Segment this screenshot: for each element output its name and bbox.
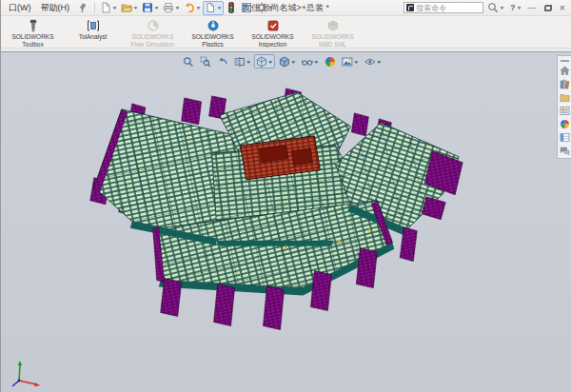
traffic-light-icon — [226, 2, 237, 13]
tab-solidworks-forum[interactable] — [559, 145, 570, 156]
selection-filter-icon — [205, 2, 216, 13]
hide-show-items-button[interactable]: ▼ — [300, 54, 321, 69]
addin-solidworks-toolbox[interactable]: SOLIDWORKS Toolbox — [3, 17, 63, 48]
tab-custom-properties[interactable] — [559, 131, 570, 143]
screw-icon — [27, 19, 40, 32]
previous-view-icon — [216, 56, 227, 68]
view-orientation-button[interactable]: ▼ — [254, 54, 275, 69]
help-button[interactable]: ? ▼ — [508, 1, 522, 15]
rebuild-button[interactable] — [224, 1, 239, 15]
print-button[interactable]: ▼ — [161, 1, 182, 15]
addins-toolbar: SOLIDWORKS Toolbox TolAnalyst SOLIDWORKS… — [1, 16, 571, 48]
save-button[interactable]: ▼ — [140, 1, 161, 15]
tab-view-palette[interactable] — [559, 105, 570, 116]
graphics-viewport[interactable]: ▼ ▼ ▼ ▼ — [1, 52, 571, 392]
file-properties-button[interactable] — [239, 1, 254, 15]
open-button[interactable]: ▼ — [119, 1, 140, 15]
undo-button[interactable]: ▼ — [182, 1, 203, 15]
tab-file-explorer[interactable] — [559, 91, 570, 103]
addin-inspection[interactable]: SOLIDWORKS Inspection — [243, 17, 303, 48]
previous-view-button[interactable] — [214, 54, 229, 69]
books-icon — [560, 79, 570, 89]
edit-appearance-button[interactable] — [323, 54, 338, 69]
mbd-cube-icon — [326, 19, 340, 32]
section-view-button[interactable]: ▼ — [231, 54, 252, 69]
appearance-ball-icon — [325, 56, 336, 68]
addin-plastics[interactable]: SOLIDWORKS Plastics — [183, 17, 243, 48]
headsup-view-toolbar: ▼ ▼ ▼ ▼ — [180, 54, 384, 69]
zoom-to-area-icon — [199, 56, 210, 68]
search-input[interactable] — [416, 4, 481, 12]
folder-icon — [560, 92, 570, 103]
printer-icon — [163, 2, 174, 13]
command-search — [404, 2, 483, 13]
new-document-button[interactable]: ▼ — [98, 1, 119, 15]
restore-button[interactable] — [544, 5, 552, 11]
search-magnifier-icon — [487, 2, 499, 13]
task-pane-tabs — [557, 55, 571, 159]
formwork-assembly-model[interactable] — [1, 52, 571, 392]
new-document-icon — [100, 2, 111, 13]
toolbar-separator — [94, 3, 95, 13]
section-view-icon — [233, 56, 245, 68]
tab-appearances-scenes[interactable] — [559, 118, 570, 129]
menu-pin-icon[interactable] — [78, 3, 88, 13]
search-button[interactable]: ▼ — [485, 1, 506, 15]
title-bar: 口(W) 帮助(H) ▼ ▼ ▼ — [1, 0, 571, 16]
addin-tolanalyst[interactable]: TolAnalyst — [63, 17, 123, 48]
solidworks-window: 口(W) 帮助(H) ▼ ▼ ▼ — [0, 0, 571, 392]
tab-design-library[interactable] — [559, 78, 570, 89]
task-pane-collapse-handle[interactable] — [561, 58, 569, 62]
save-disk-icon — [142, 2, 153, 13]
help-label: ? — [510, 3, 516, 12]
view-palette-icon — [560, 106, 570, 116]
minimize-button[interactable]: — — [525, 2, 540, 14]
solidworks-logo-icon — [406, 4, 414, 11]
options-button[interactable]: ▼ — [254, 1, 275, 15]
zoom-to-fit-icon — [182, 56, 193, 68]
home-icon — [560, 66, 570, 76]
selection-filter-button[interactable]: ▼ — [203, 1, 224, 15]
properties-panel-icon — [560, 132, 570, 143]
tolerance-brackets-icon — [87, 19, 100, 32]
forum-chat-icon — [560, 146, 570, 156]
close-button[interactable]: × — [557, 2, 568, 14]
zoom-to-area-button[interactable] — [197, 54, 212, 69]
glasses-icon — [302, 56, 313, 68]
zoom-to-fit-button[interactable] — [180, 54, 195, 69]
orientation-triad — [8, 358, 44, 388]
scene-image-icon — [342, 56, 353, 68]
undo-arrow-icon — [184, 2, 195, 13]
apply-scene-button[interactable]: ▼ — [340, 54, 361, 69]
display-style-icon — [279, 56, 290, 68]
file-properties-icon — [241, 2, 252, 13]
view-settings-button[interactable]: ▼ — [363, 54, 384, 69]
view-cube-icon — [256, 56, 267, 68]
plastics-gear-icon — [207, 19, 220, 32]
display-style-button[interactable]: ▼ — [277, 54, 298, 69]
inspection-badge-icon — [266, 19, 280, 32]
eye-icon — [364, 56, 376, 68]
flow-fan-icon — [147, 19, 160, 32]
addin-flow-simulation: SOLIDWORKS Flow Simulation — [123, 17, 183, 48]
open-folder-icon — [121, 2, 132, 13]
menu-help[interactable]: 帮助(H) — [36, 1, 75, 15]
addin-mbd-snl: SOLIDWORKS MBD SNL — [303, 17, 363, 48]
menu-window[interactable]: 口(W) — [4, 1, 36, 15]
gear-icon — [256, 2, 267, 13]
appearances-ball-icon — [560, 119, 570, 129]
tab-solidworks-resources[interactable] — [559, 65, 570, 76]
